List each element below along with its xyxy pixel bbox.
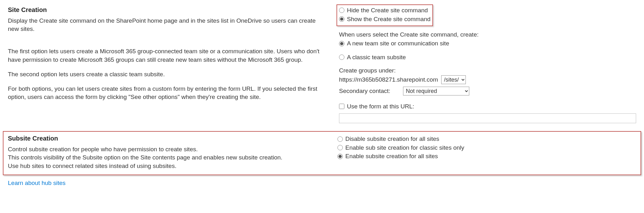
radio-new-team-site[interactable]: A new team site or communication site xyxy=(339,39,636,48)
radio-classic-label: A classic team subsite xyxy=(347,53,406,61)
radio-enable-all-subsite[interactable]: Enable subsite creation for all sites xyxy=(337,152,636,160)
secondary-contact-row: Secondary contact: Not required xyxy=(339,87,636,95)
radio-hide-create[interactable]: Hide the Create site command xyxy=(339,6,430,14)
subsite-desc2: This controls visibility of the Subsite … xyxy=(8,153,325,162)
create-groups-under-row: https://m365b508271.sharepoint.com /site… xyxy=(339,75,636,84)
radio-classic-only-subsite[interactable]: Enable sub site creation for classic sit… xyxy=(337,144,636,152)
site-creation-heading: Site Creation xyxy=(8,6,326,14)
radio-disable-subsite[interactable]: Disable subsite creation for all sites xyxy=(337,135,636,143)
subsite-desc3: Use hub sites to connect related sites i… xyxy=(8,162,325,170)
subsite-right: Disable subsite creation for all sites E… xyxy=(337,135,636,170)
site-creation-desc1: Display the Create site command on the S… xyxy=(8,17,326,33)
subsite-creation-section: Subsite Creation Control subsite creatio… xyxy=(3,131,641,175)
subsite-left: Subsite Creation Control subsite creatio… xyxy=(8,135,325,170)
site-creation-right: Hide the Create site command Show the Cr… xyxy=(339,6,636,123)
create-groups-under-label: Create groups under: xyxy=(339,67,636,74)
radio-show-create[interactable]: Show the Create site command xyxy=(339,15,430,23)
path-select[interactable]: /sites/ xyxy=(441,75,466,84)
use-form-checkbox[interactable] xyxy=(339,104,344,109)
secondary-contact-select[interactable]: Not required xyxy=(403,87,469,95)
radio-show-label: Show the Create site command xyxy=(347,15,430,23)
radio-enable-all-label: Enable subsite creation for all sites xyxy=(345,152,438,160)
radio-new-team-label: A new team site or communication site xyxy=(347,39,449,48)
radio-hide-input[interactable] xyxy=(339,8,344,13)
site-creation-left: Site Creation Display the Create site co… xyxy=(8,6,326,123)
subsite-desc1: Control subsite creation for people who … xyxy=(8,145,325,153)
radio-enable-all-input[interactable] xyxy=(337,154,343,159)
when-users-label: When users select the Create site comman… xyxy=(339,31,636,38)
radio-disable-label: Disable subsite creation for all sites xyxy=(345,135,439,143)
secondary-contact-label: Secondary contact: xyxy=(339,88,390,95)
site-creation-desc3: The second option lets users create a cl… xyxy=(8,70,326,78)
use-form-label: Use the form at this URL: xyxy=(347,102,414,111)
subsite-heading: Subsite Creation xyxy=(8,135,325,142)
site-creation-section: Site Creation Display the Create site co… xyxy=(8,6,636,123)
radio-hide-label: Hide the Create site command xyxy=(347,6,428,14)
radio-new-team-input[interactable] xyxy=(339,41,344,46)
radio-classic-input[interactable] xyxy=(339,55,344,60)
site-creation-desc4: For both options, you can let users crea… xyxy=(8,85,326,101)
use-form-url-check[interactable]: Use the form at this URL: xyxy=(339,102,636,111)
learn-hub-sites-link[interactable]: Learn about hub sites xyxy=(8,180,66,186)
site-creation-desc2: The first option lets users create a Mic… xyxy=(8,47,326,64)
radio-disable-input[interactable] xyxy=(337,136,343,142)
radio-classic-subsite[interactable]: A classic team subsite xyxy=(339,53,636,61)
radio-classic-only-input[interactable] xyxy=(337,145,343,150)
radio-classic-only-label: Enable sub site creation for classic sit… xyxy=(345,144,464,152)
site-url-text: https://m365b508271.sharepoint.com xyxy=(339,76,438,83)
show-hide-highlight: Hide the Create site command Show the Cr… xyxy=(337,4,433,26)
radio-show-input[interactable] xyxy=(339,16,344,22)
form-url-input[interactable] xyxy=(339,113,636,123)
